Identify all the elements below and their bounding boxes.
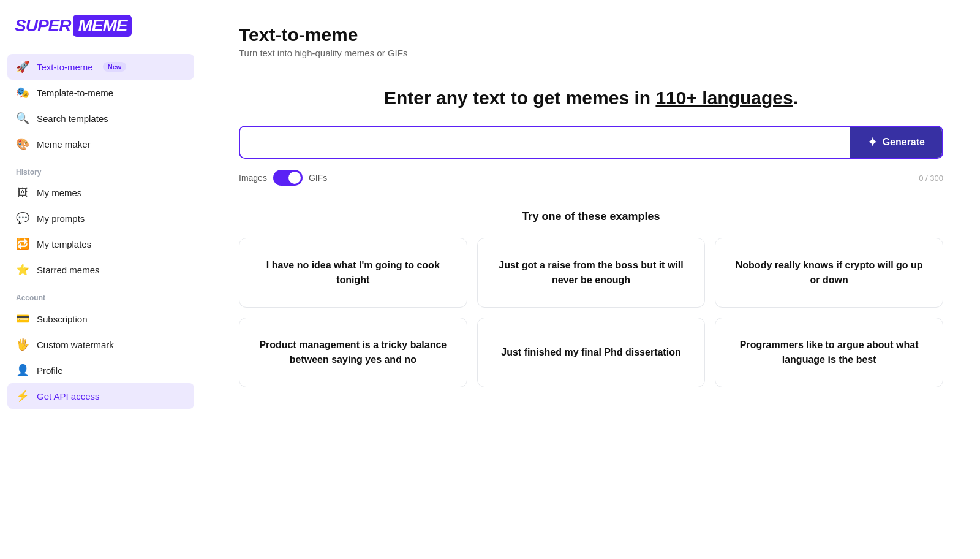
watermark-icon: 🖐 — [16, 338, 29, 351]
search-icon: 🔍 — [16, 112, 29, 125]
example-card-6[interactable]: Programmers like to argue about what lan… — [715, 318, 943, 387]
nav-label-starred-memes: Starred memes — [37, 265, 100, 275]
account-section-label: Account — [0, 283, 202, 306]
hero-heading: Enter any text to get memes in 110+ lang… — [239, 88, 943, 108]
hero-text-suffix: . — [793, 88, 798, 108]
logo: SUPER MEME — [15, 15, 187, 37]
examples-grid: I have no idea what I'm going to cook to… — [239, 238, 943, 387]
example-text-5: Just finished my final Phd dissertation — [501, 345, 680, 360]
char-count: 0 / 300 — [919, 173, 943, 183]
api-icon: ⚡ — [16, 389, 29, 403]
nav-item-my-templates[interactable]: 🔁 My templates — [7, 231, 194, 257]
toggle-knob — [288, 172, 301, 184]
nav-item-meme-maker[interactable]: 🎨 Meme maker — [7, 131, 194, 157]
generate-button[interactable]: ✦ Generate — [850, 127, 942, 158]
example-text-6: Programmers like to argue about what lan… — [730, 338, 928, 367]
spark-icon: ✦ — [867, 135, 878, 150]
input-row: ✦ Generate — [239, 126, 943, 159]
nav-label-template-to-meme: Template-to-meme — [37, 88, 113, 98]
rocket-icon: 🚀 — [16, 60, 29, 74]
toggle-row: Images GIFs 0 / 300 — [239, 170, 943, 186]
main-content: Text-to-meme Turn text into high-quality… — [202, 0, 980, 559]
nav-item-text-to-meme[interactable]: 🚀 Text-to-meme New — [7, 54, 194, 80]
hero-link: 110+ languages — [655, 88, 793, 108]
example-text-2: Just got a raise from the boss but it wi… — [492, 258, 690, 287]
gifs-label: GIFs — [309, 173, 327, 183]
nav-item-profile[interactable]: 👤 Profile — [7, 357, 194, 383]
example-text-3: Nobody really knows if crypto will go up… — [730, 258, 928, 287]
palette-icon: 🎨 — [16, 137, 29, 151]
nav-label-my-templates: My templates — [37, 239, 91, 249]
star-icon: ⭐ — [16, 263, 29, 276]
history-nav: 🖼 My memes 💬 My prompts 🔁 My templates ⭐… — [0, 180, 202, 283]
nav-label-subscription: Subscription — [37, 314, 88, 324]
example-card-3[interactable]: Nobody really knows if crypto will go up… — [715, 238, 943, 308]
example-text-1: I have no idea what I'm going to cook to… — [254, 258, 452, 287]
prompts-icon: 💬 — [16, 211, 29, 225]
text-input[interactable] — [240, 127, 850, 158]
example-card-4[interactable]: Product management is a tricky balance b… — [239, 318, 467, 387]
nav-item-my-memes[interactable]: 🖼 My memes — [7, 180, 194, 205]
nav-label-get-api-access: Get API access — [37, 391, 100, 401]
example-text-4: Product management is a tricky balance b… — [254, 338, 452, 367]
example-card-1[interactable]: I have no idea what I'm going to cook to… — [239, 238, 467, 308]
images-label: Images — [239, 173, 267, 183]
images-gifs-toggle[interactable] — [273, 170, 303, 186]
logo-meme-text: MEME — [73, 15, 132, 37]
example-card-2[interactable]: Just got a raise from the boss but it wi… — [477, 238, 706, 308]
memes-icon: 🖼 — [16, 186, 29, 199]
nav-label-text-to-meme: Text-to-meme — [37, 62, 93, 72]
nav-label-custom-watermark: Custom watermark — [37, 340, 114, 350]
sidebar: SUPER MEME 🚀 Text-to-meme New 🎭 Template… — [0, 0, 202, 559]
nav-item-my-prompts[interactable]: 💬 My prompts — [7, 205, 194, 231]
nav-label-my-prompts: My prompts — [37, 213, 85, 224]
nav-item-search-templates[interactable]: 🔍 Search templates — [7, 105, 194, 131]
nav-label-my-memes: My memes — [37, 188, 81, 198]
logo-area: SUPER MEME — [0, 15, 202, 54]
main-nav: 🚀 Text-to-meme New 🎭 Template-to-meme 🔍 … — [0, 54, 202, 157]
page-subtitle: Turn text into high-quality memes or GIF… — [239, 48, 943, 58]
profile-icon: 👤 — [16, 363, 29, 377]
nav-label-profile: Profile — [37, 365, 63, 376]
generate-label: Generate — [883, 137, 925, 148]
nav-item-custom-watermark[interactable]: 🖐 Custom watermark — [7, 332, 194, 357]
nav-item-subscription[interactable]: 💳 Subscription — [7, 306, 194, 332]
nav-item-template-to-meme[interactable]: 🎭 Template-to-meme — [7, 80, 194, 105]
example-card-5[interactable]: Just finished my final Phd dissertation — [477, 318, 706, 387]
account-nav: 💳 Subscription 🖐 Custom watermark 👤 Prof… — [0, 306, 202, 409]
logo-super-text: SUPER — [15, 16, 70, 36]
nav-label-meme-maker: Meme maker — [37, 139, 91, 150]
nav-label-search-templates: Search templates — [37, 113, 108, 124]
page-title: Text-to-meme — [239, 25, 943, 45]
template-icon: 🎭 — [16, 86, 29, 99]
history-section-label: History — [0, 157, 202, 180]
toggle-track — [273, 170, 303, 186]
nav-item-get-api-access[interactable]: ⚡ Get API access — [7, 383, 194, 409]
subscription-icon: 💳 — [16, 312, 29, 325]
new-badge: New — [103, 62, 127, 72]
nav-item-starred-memes[interactable]: ⭐ Starred memes — [7, 257, 194, 283]
hero-text-prefix: Enter any text to get memes in — [384, 88, 655, 108]
templates-icon: 🔁 — [16, 237, 29, 251]
examples-title: Try one of these examples — [239, 210, 943, 223]
